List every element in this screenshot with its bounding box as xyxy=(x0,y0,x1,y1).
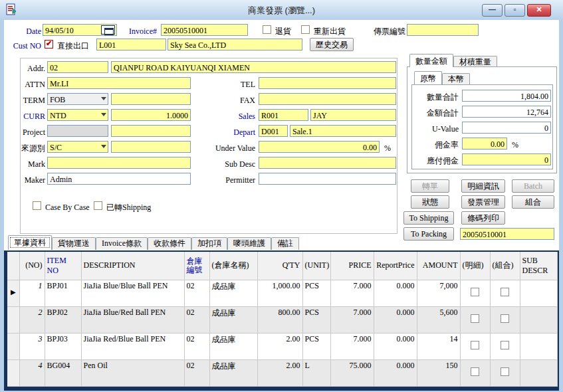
cell-no[interactable]: 1 xyxy=(19,280,45,306)
tab-original-currency[interactable]: 原幣 xyxy=(414,71,442,84)
detail-info-button[interactable]: 明細資訊 xyxy=(461,179,505,193)
cell-report-price[interactable]: 0.000 xyxy=(374,359,417,386)
tab-bottom-1[interactable]: 貨物運送 xyxy=(52,237,96,250)
cell-price[interactable]: 7.000 xyxy=(330,333,374,359)
date-picker-icon[interactable] xyxy=(101,25,115,35)
currency-combo[interactable]: NTD xyxy=(47,109,108,121)
history-button[interactable]: 歷史交易 xyxy=(310,38,354,51)
under-value-field[interactable]: 0.00 xyxy=(259,141,380,153)
cell-warehouse-name[interactable]: 成品庫 xyxy=(209,280,257,306)
term-extra-field[interactable] xyxy=(111,93,191,105)
cell-sub-desc[interactable] xyxy=(520,333,558,359)
cell-warehouse-code[interactable]: 02 xyxy=(184,280,209,306)
row-selector[interactable] xyxy=(7,333,19,359)
cell-amount[interactable]: 7,000 xyxy=(417,280,460,306)
cell-item-no[interactable]: BPJ01 xyxy=(45,280,81,306)
cell-qty[interactable]: 1,000.00 xyxy=(257,280,302,306)
cell-description[interactable]: JiaJia Blue/Blue Ball PEN xyxy=(81,280,184,306)
cell-price[interactable]: 75.000 xyxy=(330,359,374,386)
combine-checkbox[interactable] xyxy=(501,341,509,349)
combine-checkbox[interactable] xyxy=(501,314,509,323)
sales-name-field[interactable]: JAY xyxy=(310,109,396,121)
addr-code-field[interactable]: 02 xyxy=(47,61,108,73)
source-type-combo[interactable]: S/C xyxy=(47,141,108,153)
combine-checkbox[interactable] xyxy=(501,367,509,376)
sub-desc-field[interactable] xyxy=(259,157,396,169)
cell-price[interactable]: 7.000 xyxy=(330,306,374,333)
amount-total-field[interactable]: 12,764 xyxy=(462,106,551,118)
titlebar[interactable]: 商業發票 (瀏覽...) — ▫ ✕ xyxy=(0,0,563,20)
cell-report-price[interactable]: 0.000 xyxy=(374,333,417,359)
invoice-mgmt-button[interactable]: 發票管理 xyxy=(461,195,505,209)
combine-button[interactable]: 組合 xyxy=(512,195,554,209)
tab-bottom-6[interactable]: 備註 xyxy=(271,237,299,250)
tab-volume-weight[interactable]: 材積重量 xyxy=(453,56,497,67)
tab-bottom-5[interactable]: 嘜頭維護 xyxy=(227,237,271,250)
cell-qty[interactable]: 800.00 xyxy=(257,306,302,333)
status-button[interactable]: 狀態 xyxy=(411,195,449,209)
cell-description[interactable]: Pen Oil xyxy=(81,359,184,386)
cell-no[interactable]: 4 xyxy=(19,359,45,386)
cell-amount[interactable]: 14 xyxy=(417,333,460,359)
restore-button[interactable]: ▫ xyxy=(505,4,525,17)
maker-field[interactable]: Admin xyxy=(47,173,191,185)
term-combo[interactable]: FOB xyxy=(47,93,108,105)
batch-button[interactable]: Batch xyxy=(512,179,554,193)
minimize-button[interactable]: — xyxy=(482,4,503,17)
cell-report-price[interactable]: 0.000 xyxy=(374,280,417,306)
commission-rate-field[interactable]: 0.00 xyxy=(462,138,507,149)
permitter-field[interactable] xyxy=(259,173,396,185)
transfer-button[interactable]: 轉單 xyxy=(411,179,449,193)
cell-description[interactable]: JiaJia Blue/Red Ball PEN xyxy=(81,306,184,333)
cell-sub-desc[interactable] xyxy=(520,359,558,386)
voucher-no-field[interactable] xyxy=(407,24,479,36)
tab-bottom-0[interactable]: 單據資料 xyxy=(8,235,52,250)
commission-field[interactable]: 0 xyxy=(462,153,551,165)
cell-amount[interactable]: 150 xyxy=(417,359,460,386)
addr-field[interactable]: QIANPU ROAD KAIYUANQI XIAMEN xyxy=(111,61,396,73)
to-shipping-button[interactable]: To Shipping xyxy=(403,211,454,225)
depart-name-field[interactable]: Sale.1 xyxy=(290,125,396,137)
source-extra-field[interactable] xyxy=(111,141,191,153)
to-packing-button[interactable]: To Packing xyxy=(403,227,454,241)
cell-amount[interactable]: 5,600 xyxy=(417,306,460,333)
tab-local-currency[interactable]: 本幣 xyxy=(442,73,470,84)
currency-rate-field[interactable]: 1.0000 xyxy=(111,109,191,121)
sales-code-field[interactable]: R001 xyxy=(259,109,308,121)
cell-warehouse-code[interactable]: 02 xyxy=(184,333,209,359)
shipped-checkbox[interactable] xyxy=(94,201,102,210)
detail-checkbox[interactable] xyxy=(471,288,479,296)
cell-unit[interactable]: PCS xyxy=(302,333,330,359)
cell-qty[interactable]: 2.00 xyxy=(257,359,302,386)
cell-no[interactable]: 3 xyxy=(19,333,45,359)
mark-field[interactable] xyxy=(47,157,191,169)
cell-unit[interactable]: PCS xyxy=(302,280,330,306)
cell-item-no[interactable]: BG004 xyxy=(45,359,81,386)
close-button[interactable]: ✕ xyxy=(527,4,551,17)
current-row-marker[interactable]: ▶ xyxy=(7,280,19,306)
invoice-field[interactable]: 20050510001 xyxy=(161,24,248,36)
row-selector[interactable] xyxy=(7,306,19,333)
tel-field[interactable] xyxy=(259,77,396,89)
case-by-case-checkbox[interactable] xyxy=(33,201,41,210)
detail-checkbox[interactable] xyxy=(471,367,479,376)
row-selector[interactable] xyxy=(7,359,19,386)
customer-name-field[interactable]: Sky Sea Co.,LTD xyxy=(168,39,302,50)
detail-checkbox[interactable] xyxy=(471,341,479,349)
cell-warehouse-code[interactable]: 02 xyxy=(184,359,209,386)
cell-warehouse-name[interactable]: 成品庫 xyxy=(209,333,257,359)
project-code-field[interactable] xyxy=(47,125,108,137)
uvalue-field[interactable]: 0 xyxy=(462,122,551,134)
customer-code-field[interactable]: L001 xyxy=(96,39,166,50)
cell-sub-desc[interactable] xyxy=(520,280,558,306)
cell-report-price[interactable]: 0.000 xyxy=(374,306,417,333)
cell-item-no[interactable]: BPJ03 xyxy=(45,333,81,359)
attn-field[interactable]: Mr.LI xyxy=(47,77,191,89)
cell-unit[interactable]: PCS xyxy=(302,306,330,333)
combine-checkbox[interactable] xyxy=(501,288,509,296)
tab-bottom-2[interactable]: Invoice條款 xyxy=(96,237,148,250)
depart-code-field[interactable]: D001 xyxy=(259,125,288,137)
cell-warehouse-name[interactable]: 成品庫 xyxy=(209,359,257,386)
qty-total-field[interactable]: 1,804.00 xyxy=(462,90,551,102)
date-field[interactable]: 94/05/10 xyxy=(43,24,117,36)
